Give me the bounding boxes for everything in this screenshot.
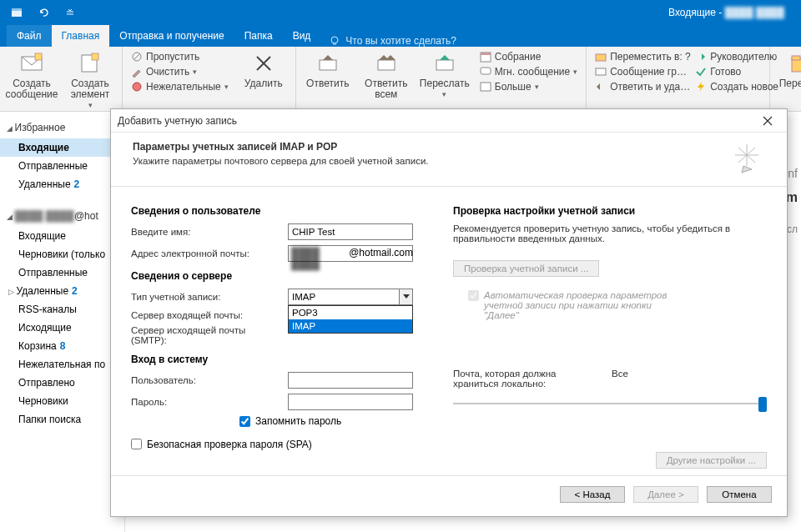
forward-icon [431, 50, 458, 77]
reply-all-button[interactable]: Ответить всем [361, 50, 411, 100]
reply-delete-button[interactable]: Ответить и уда… [593, 80, 685, 93]
junk-button[interactable]: Нежелательные [129, 80, 230, 93]
nav-deleted[interactable]: Удаленные2 [0, 175, 124, 193]
nav-sent-acct[interactable]: Отправленные [0, 263, 124, 282]
user-info-heading: Сведения о пользователе [131, 205, 423, 217]
delete-button[interactable]: Удалить [239, 50, 289, 89]
nav-junk[interactable]: Нежелательная по [0, 355, 124, 374]
team-mail-button[interactable]: Сообщение гр… [593, 65, 685, 78]
create-new-button[interactable]: Создать новое [693, 80, 777, 93]
option-pop3[interactable]: POP3 [289, 306, 412, 319]
dialog-body: Сведения о пользователе Введите имя: Адр… [111, 187, 787, 475]
outgoing-server-label: Сервер исходящей почты (SMTP): [131, 325, 281, 345]
test-account-button: Проверка учетной записи ... [453, 260, 599, 277]
ribbon: Создать сообщение Создать элемент Пропус… [0, 47, 801, 112]
reply-button[interactable]: Ответить [303, 50, 353, 89]
tab-view[interactable]: Вид [283, 25, 321, 47]
nav-sent[interactable]: Отправленные [0, 157, 124, 175]
move-button[interactable]: Перемест [777, 50, 801, 89]
nav-sent3[interactable]: Отправлено [0, 374, 124, 392]
svg-rect-1 [12, 8, 22, 11]
nav-inbox-acct[interactable]: Входящие [0, 227, 124, 245]
ribbon-group-respond: Ответить Ответить всем Переслать Собрани… [296, 47, 587, 111]
remember-password-checkbox[interactable] [239, 416, 250, 427]
ignore-button[interactable]: Пропустить [129, 50, 230, 63]
calendar-icon [480, 51, 491, 63]
svg-rect-14 [436, 60, 453, 70]
svg-point-2 [331, 37, 338, 43]
password-label: Пароль: [131, 397, 281, 407]
next-button: Далее > [633, 486, 698, 503]
option-imap[interactable]: IMAP [289, 319, 412, 333]
im-button[interactable]: Мгн. сообщение [478, 65, 579, 78]
svg-rect-20 [596, 68, 606, 75]
dialog-title: Добавить учетную запись [118, 115, 755, 127]
nav-deleted-acct[interactable]: Удаленные2 [0, 282, 124, 300]
nav-trash[interactable]: Корзина8 [0, 337, 124, 355]
nav-rss[interactable]: RSS-каналы [0, 300, 124, 319]
nav-drafts2[interactable]: Черновики [0, 392, 124, 410]
qat-customize-icon[interactable] [58, 2, 82, 23]
ribbon-group-delete: Пропустить Очистить Нежелательные Удалит… [123, 47, 296, 111]
new-mail-button[interactable]: Создать сообщение [7, 50, 57, 100]
add-account-dialog: Добавить учетную запись Параметры учетны… [110, 108, 788, 517]
slider-thumb[interactable] [758, 397, 767, 412]
undo-icon[interactable] [32, 2, 55, 23]
meeting-button[interactable]: Собрание [478, 50, 579, 63]
folder-move-icon [595, 51, 607, 63]
favorites-header[interactable]: Избранное [0, 117, 124, 138]
nav-search-folders[interactable]: Папки поиска [0, 410, 124, 429]
tab-file[interactable]: Файл [7, 25, 52, 47]
dialog-footer: < Назад Далее > Отмена [111, 475, 787, 516]
svg-rect-16 [481, 53, 491, 55]
auto-test-label: Автоматическая проверка параметров учетн… [484, 290, 684, 320]
password-input[interactable] [288, 394, 413, 410]
svg-rect-18 [481, 83, 491, 91]
svg-rect-4 [35, 53, 42, 60]
nav-outbox[interactable]: Исходящие [0, 319, 124, 337]
cancel-button[interactable]: Отмена [707, 486, 772, 503]
nav-drafts-acct[interactable]: Черновики (только [0, 245, 124, 263]
svg-rect-12 [320, 60, 336, 70]
svg-rect-17 [481, 68, 491, 74]
name-input[interactable] [288, 223, 413, 240]
offline-slider[interactable] [453, 395, 767, 412]
left-column: Сведения о пользователе Введите имя: Адр… [131, 202, 423, 469]
junk-icon [131, 81, 143, 93]
tab-send-receive[interactable]: Отправка и получение [109, 25, 234, 47]
svg-point-9 [133, 83, 141, 91]
broom-icon [131, 66, 143, 78]
account-type-value[interactable] [288, 289, 413, 305]
clean-button[interactable]: Очистить [129, 65, 230, 78]
spa-label: Безопасная проверка пароля (SPA) [147, 439, 312, 450]
back-button[interactable]: < Назад [560, 486, 625, 503]
account-header[interactable]: ████ ████@hot [0, 205, 124, 227]
more-button[interactable]: Больше [478, 80, 579, 93]
mail-icon [18, 50, 45, 77]
offline-slider-label: Почта, которая должна храниться локально… [453, 369, 595, 389]
spa-checkbox[interactable] [131, 439, 142, 449]
chevron-down-icon[interactable] [399, 289, 412, 304]
tell-me-search[interactable]: Что вы хотите сделать? [320, 35, 465, 47]
dialog-header: Параметры учетных записей IMAP и POP Ука… [111, 133, 787, 187]
account-type-combo[interactable]: POP3 IMAP [288, 289, 413, 305]
dialog-subheading: Укажите параметры почтового сервера для … [133, 156, 728, 166]
moveto-button[interactable]: Переместить в: ? [593, 50, 685, 63]
tab-home[interactable]: Главная [52, 25, 110, 47]
tab-folder[interactable]: Папка [234, 25, 283, 47]
email-input[interactable] [288, 245, 413, 262]
nav-inbox[interactable]: Входящие [0, 138, 124, 157]
svg-line-8 [134, 53, 140, 60]
username-input[interactable] [288, 372, 413, 389]
forward-button[interactable]: Переслать [420, 50, 470, 99]
delete-icon [250, 50, 277, 77]
window-titlebar: Входящие - ████ ████ [0, 0, 801, 25]
to-manager-button[interactable]: Руководителю [693, 50, 777, 63]
done-button[interactable]: Готово [693, 65, 777, 78]
account-type-label: Тип учетной записи: [131, 292, 281, 302]
folder-icon [788, 50, 801, 77]
new-item-button[interactable]: Создать элемент [65, 50, 115, 110]
account-type-dropdown: POP3 IMAP [288, 305, 413, 334]
reply-del-icon [595, 81, 607, 93]
close-button[interactable] [755, 111, 780, 131]
